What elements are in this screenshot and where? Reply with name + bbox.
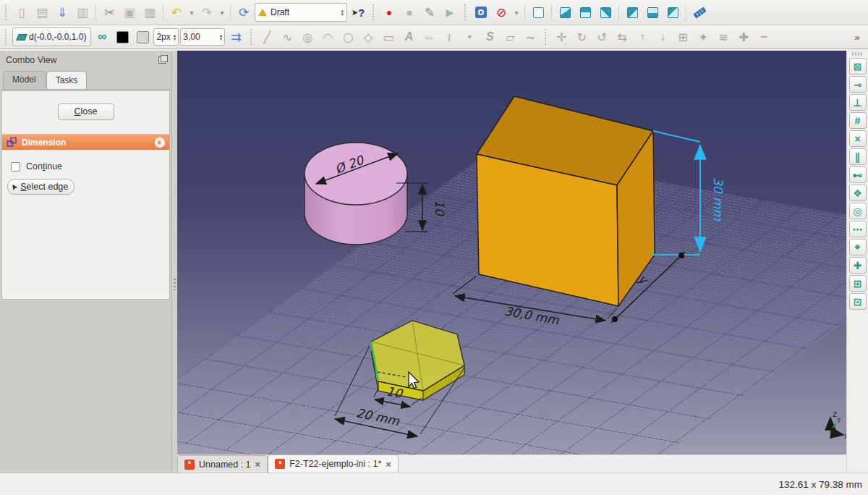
draft-bspline-icon[interactable]: ≀ xyxy=(440,28,459,46)
document-tab-ejemplo[interactable]: * F2-T22-ejemplo-ini : 1* × xyxy=(268,454,399,473)
draw-style-dropdown-icon[interactable]: ▾ xyxy=(512,3,521,22)
toolbar-grip[interactable] xyxy=(249,29,254,45)
draft-offset-icon[interactable]: ↺ xyxy=(592,28,611,46)
draft-shapestring-icon[interactable]: S xyxy=(480,28,499,46)
macro-run-icon[interactable]: ▶ xyxy=(441,3,459,22)
draft-wire-icon[interactable]: ∿ xyxy=(278,28,297,46)
view-bottom-icon[interactable] xyxy=(643,3,662,22)
macro-edit-icon[interactable]: ✎ xyxy=(420,3,439,22)
line-width-spinner[interactable]: 2px ▴▾ xyxy=(153,28,179,46)
print-icon[interactable]: ▥ xyxy=(73,3,92,22)
toolbar-grip[interactable] xyxy=(4,4,9,20)
font-size-spinner[interactable]: 3,00 ▴▾ xyxy=(180,28,225,46)
apply-style-icon[interactable]: ⇉ xyxy=(226,28,245,46)
draft-bezier-icon[interactable]: ∼ xyxy=(521,28,540,46)
snap-intersection-icon[interactable]: × xyxy=(849,130,867,147)
snap-lock-icon[interactable]: ⊠ xyxy=(849,58,867,75)
view-right-icon[interactable] xyxy=(596,3,615,22)
snap-working-plane-icon[interactable]: ⊡ xyxy=(849,293,867,310)
new-file-icon[interactable]: ▯ xyxy=(12,3,31,22)
macro-stop-icon[interactable]: ■ xyxy=(400,3,419,22)
box-object[interactable] xyxy=(477,96,655,306)
draft-downgrade-icon[interactable]: ↓ xyxy=(653,28,672,46)
draw-style-icon[interactable]: ⊘ xyxy=(492,3,511,22)
collapse-task-icon[interactable]: « xyxy=(155,138,165,148)
continue-checkbox[interactable] xyxy=(11,162,20,172)
draft-rotate-icon[interactable]: ↻ xyxy=(572,28,591,46)
draft-facebinder-icon[interactable]: ▱ xyxy=(501,28,519,46)
open-file-icon[interactable]: ▤ xyxy=(33,3,51,22)
undo-icon[interactable]: ↶ xyxy=(167,3,186,22)
measure-distance-icon[interactable] xyxy=(690,3,709,22)
snap-parallel-icon[interactable]: ∥ xyxy=(849,148,867,165)
draft-rectangle-icon[interactable]: ▭ xyxy=(379,28,398,46)
tab-tasks[interactable]: Tasks xyxy=(46,71,88,89)
snap-special-icon[interactable]: ⋯ xyxy=(849,221,867,237)
draft-point-icon[interactable]: • xyxy=(460,28,479,46)
construction-mode-icon[interactable]: ∞ xyxy=(93,28,111,46)
macro-record-icon[interactable]: ● xyxy=(380,3,399,22)
save-icon[interactable]: ⇓ xyxy=(53,3,72,22)
toolbar-grip[interactable] xyxy=(4,29,9,45)
snap-grid-icon[interactable]: # xyxy=(849,112,867,129)
undo-dropdown-icon[interactable]: ▾ xyxy=(187,3,196,22)
draft-arc-icon[interactable]: ◠ xyxy=(318,28,337,46)
draft-scale-icon[interactable]: ⊞ xyxy=(673,28,692,46)
draft-upgrade-icon[interactable]: ↑ xyxy=(633,28,652,46)
face-color-swatch[interactable] xyxy=(133,28,152,46)
tab-model[interactable]: Model xyxy=(3,71,46,88)
refresh-icon[interactable]: ⟳ xyxy=(234,3,253,22)
cut-icon[interactable]: ✂ xyxy=(100,3,119,22)
draft-dimension-icon[interactable]: ⇔ xyxy=(420,28,438,46)
redo-icon[interactable]: ↷ xyxy=(197,3,216,22)
dimension-task-header[interactable]: Dimension « xyxy=(2,134,169,150)
view-left-icon[interactable] xyxy=(663,3,682,22)
draft-addpoint-icon[interactable]: ✚ xyxy=(734,28,753,46)
snap-extension-icon[interactable]: ⊞ xyxy=(849,275,867,292)
draft-circle-icon[interactable]: ◎ xyxy=(298,28,317,46)
toolbar-overflow-icon[interactable]: » xyxy=(848,28,867,46)
draft-ellipse-icon[interactable]: ◯ xyxy=(339,28,357,46)
workbench-selector[interactable]: Draft ▴▾ xyxy=(255,3,347,22)
font-size-arrows-icon[interactable]: ▴▾ xyxy=(220,33,223,41)
copy-icon[interactable]: ▣ xyxy=(120,3,139,22)
close-button[interactable]: Close xyxy=(58,103,114,120)
toolbar-grip[interactable] xyxy=(463,4,468,20)
snap-midpoint-icon[interactable]: ⊷ xyxy=(849,166,867,183)
snap-near-icon[interactable]: ⌖ xyxy=(849,239,867,255)
close-tab-icon[interactable]: × xyxy=(255,459,261,470)
view-axonometric-icon[interactable] xyxy=(529,3,548,22)
fit-all-icon[interactable] xyxy=(472,3,490,22)
draft-move-icon[interactable]: ✛ xyxy=(552,28,571,46)
draft-text-icon[interactable]: A xyxy=(399,28,418,46)
draft-trim-icon[interactable]: ⇆ xyxy=(613,28,631,46)
view-front-icon[interactable] xyxy=(556,3,574,22)
select-edge-button[interactable]: ➤ Select edge xyxy=(7,179,75,195)
snap-toolbar-grip[interactable] xyxy=(852,52,864,56)
snap-perpendicular-icon[interactable]: ⊥ xyxy=(849,94,867,111)
paste-icon[interactable]: ▦ xyxy=(140,3,159,22)
close-tab-icon[interactable]: × xyxy=(386,459,391,470)
draft-delpoint-icon[interactable]: − xyxy=(754,28,773,46)
draft-polygon-icon[interactable]: ◇ xyxy=(359,28,378,46)
snap-center-icon[interactable]: ❖ xyxy=(849,185,867,201)
snap-endpoint-icon[interactable]: ⊸ xyxy=(849,76,867,93)
toolbar-grip[interactable] xyxy=(543,29,548,45)
workbench-spin-icon[interactable]: ▴▾ xyxy=(341,9,344,16)
redo-dropdown-icon[interactable]: ▾ xyxy=(218,3,226,22)
draft-wiretools-icon[interactable]: ≋ xyxy=(714,28,733,46)
draft-line-icon[interactable]: ╱ xyxy=(258,28,276,46)
view-rear-icon[interactable] xyxy=(623,3,642,22)
toolbar-grip[interactable] xyxy=(371,4,376,20)
line-width-arrows-icon[interactable]: ▴▾ xyxy=(174,33,176,41)
document-tab-unnamed[interactable]: * Unnamed : 1 × xyxy=(177,455,268,473)
snap-ortho-icon[interactable]: ✚ xyxy=(849,257,867,274)
line-color-swatch[interactable] xyxy=(113,28,132,46)
3d-viewport[interactable]: Ø 20 10 30 mm xyxy=(177,51,846,454)
float-panel-icon[interactable] xyxy=(158,56,166,64)
view-top-icon[interactable] xyxy=(576,3,595,22)
snap-concentric-icon[interactable]: ◎ xyxy=(849,203,867,219)
dock-splitter[interactable] xyxy=(172,51,177,473)
working-plane-button[interactable]: d(-0.0,-0.0,1.0) xyxy=(12,28,91,46)
whats-this-icon[interactable]: ➤ ? xyxy=(349,3,367,22)
